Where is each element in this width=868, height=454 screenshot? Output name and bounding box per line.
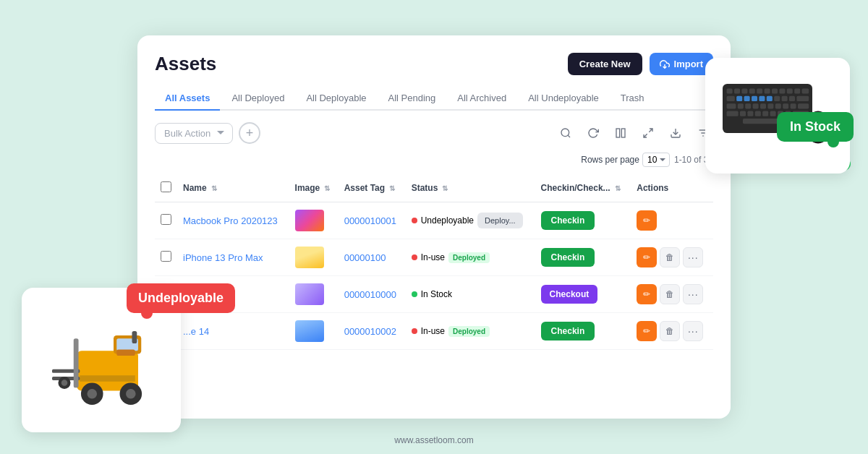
svg-rect-62 [762, 111, 768, 116]
svg-rect-39 [736, 96, 742, 101]
delete-button[interactable]: 🗑 [660, 321, 680, 341]
svg-rect-53 [767, 103, 773, 108]
svg-rect-41 [752, 96, 757, 101]
svg-line-2 [568, 135, 570, 137]
svg-rect-25 [116, 350, 135, 356]
columns-icon[interactable] [610, 123, 631, 143]
checkin-button[interactable]: Checkin [541, 322, 595, 340]
create-new-button[interactable]: Create New [568, 53, 642, 75]
svg-rect-50 [745, 103, 751, 108]
deploy-button[interactable]: Deploy... [477, 213, 523, 228]
select-all-checkbox[interactable] [161, 181, 171, 192]
edit-button[interactable]: ✏ [637, 210, 657, 231]
svg-rect-54 [775, 103, 781, 108]
svg-line-6 [644, 134, 647, 137]
image-sort-icon[interactable]: ⇅ [324, 184, 330, 192]
header-actions: Create New Import [568, 53, 713, 75]
more-button[interactable]: ··· [683, 247, 703, 267]
status-dot [412, 291, 417, 297]
refresh-icon[interactable] [583, 123, 603, 143]
svg-rect-33 [772, 88, 778, 93]
deployed-tag: Deployed [448, 326, 490, 337]
row-checkbox[interactable] [161, 251, 171, 262]
svg-rect-30 [749, 88, 755, 93]
delete-button[interactable]: 🗑 [660, 284, 680, 304]
svg-rect-3 [616, 129, 620, 137]
assets-table: Name ⇅ Image ⇅ Asset Tag ⇅ [155, 174, 713, 350]
tooltip-undeployable: Undeployable [127, 283, 235, 313]
svg-rect-29 [741, 88, 747, 93]
checkin-button[interactable]: Checkin [541, 248, 595, 267]
tab-all-undeployable[interactable]: All Undeployable [518, 87, 609, 111]
rows-per-page: Rows per page 10 25 50 [581, 153, 670, 167]
header-row: Assets Create New Import [155, 53, 713, 75]
download-icon[interactable] [665, 123, 686, 143]
rows-per-page-select[interactable]: 10 25 50 [642, 153, 670, 167]
asset-tag-link[interactable]: 0000010002 [344, 326, 396, 337]
svg-rect-28 [734, 88, 740, 93]
svg-rect-45 [782, 96, 788, 101]
status-dot [412, 328, 417, 334]
bulk-action-select[interactable]: Bulk Action [155, 123, 233, 144]
tab-all-pending[interactable]: All Pending [378, 87, 446, 111]
svg-rect-61 [755, 111, 761, 116]
svg-rect-35 [787, 88, 793, 93]
cloud-icon [660, 59, 670, 69]
toolbar-icons [556, 123, 713, 143]
action-buttons: ✏ [637, 210, 707, 231]
svg-point-1 [561, 129, 569, 137]
asset-tag-sort-icon[interactable]: ⇅ [389, 184, 395, 192]
search-icon[interactable] [556, 123, 576, 143]
expand-icon[interactable] [638, 123, 658, 143]
asset-tag-link[interactable]: 00000100 [344, 252, 386, 263]
svg-point-21 [126, 389, 136, 399]
add-circle-button[interactable]: + [239, 122, 260, 144]
table-row: ...e 14 0000010002 In-use Deployed Check… [155, 313, 713, 350]
table-row: Macbook Pro 2020123 0000010001 Undeploya… [155, 202, 713, 239]
edit-button[interactable]: ✏ [637, 321, 657, 341]
svg-rect-4 [621, 129, 625, 137]
svg-rect-36 [794, 88, 800, 93]
asset-image [295, 247, 324, 268]
asset-image [295, 210, 324, 231]
name-sort-icon[interactable]: ⇅ [211, 184, 217, 192]
svg-rect-49 [738, 103, 744, 108]
checkin-sort-icon[interactable]: ⇅ [615, 184, 621, 192]
asset-tag-link[interactable]: 0000010001 [344, 215, 396, 226]
import-button[interactable]: Import [650, 53, 713, 75]
tab-all-archived[interactable]: All Archived [447, 87, 516, 111]
status-dot [412, 254, 417, 260]
svg-rect-40 [744, 96, 750, 101]
svg-rect-43 [767, 96, 773, 101]
tab-all-deployed[interactable]: All Deployed [221, 87, 294, 111]
svg-rect-63 [770, 111, 776, 116]
tab-all-deployable[interactable]: All Deployable [296, 87, 376, 111]
deployed-tag: Deployed [448, 252, 490, 263]
delete-button[interactable]: 🗑 [660, 247, 680, 267]
more-button[interactable]: ··· [683, 284, 703, 304]
status-sort-icon[interactable]: ⇅ [442, 184, 448, 192]
svg-rect-46 [789, 96, 795, 101]
svg-rect-24 [80, 375, 135, 382]
action-buttons: ✏ 🗑 ··· [637, 247, 707, 267]
svg-rect-51 [753, 103, 759, 108]
asset-name-link[interactable]: Macbook Pro 2020123 [183, 215, 278, 226]
svg-rect-38 [727, 96, 735, 101]
asset-tag-link[interactable]: 0000010000 [344, 289, 396, 300]
checkin-button[interactable]: Checkin [541, 211, 595, 230]
asset-name-link[interactable]: ...e 14 [183, 326, 209, 337]
svg-rect-44 [774, 96, 780, 101]
footer-url: www.assetloom.com [394, 435, 473, 445]
tab-all-assets[interactable]: All Assets [155, 87, 220, 111]
svg-rect-48 [727, 103, 736, 108]
svg-point-23 [61, 380, 68, 386]
edit-button[interactable]: ✏ [637, 284, 657, 304]
more-button[interactable]: ··· [683, 321, 703, 341]
svg-rect-47 [796, 96, 809, 101]
row-checkbox[interactable] [161, 214, 171, 225]
checkout-button[interactable]: Checkout [541, 285, 598, 304]
asset-name-link[interactable]: iPhone 13 Pro Max [183, 252, 263, 263]
status-badge: In-use Deployed [412, 326, 529, 337]
tab-trash[interactable]: Trash [610, 87, 655, 111]
edit-button[interactable]: ✏ [637, 247, 657, 267]
